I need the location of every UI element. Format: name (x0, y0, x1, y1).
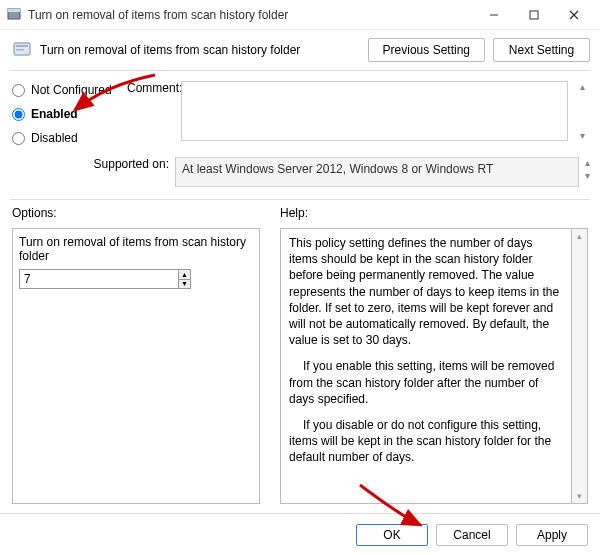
radio-label: Disabled (31, 131, 78, 145)
help-paragraph: This policy setting defines the number o… (289, 235, 563, 348)
svg-rect-3 (530, 11, 538, 19)
scroll-up-icon[interactable]: ▴ (585, 157, 590, 168)
previous-setting-button[interactable]: Previous Setting (368, 38, 485, 62)
spinner-down-button[interactable]: ▼ (179, 280, 190, 289)
radio-label: Enabled (31, 107, 78, 121)
supported-on-text: At least Windows Server 2012, Windows 8 … (175, 157, 579, 187)
window-icon (6, 7, 22, 23)
days-spinner[interactable]: ▲ ▼ (19, 269, 191, 289)
minimize-button[interactable] (474, 1, 514, 29)
help-pane: This policy setting defines the number o… (280, 228, 572, 504)
scroll-down-icon[interactable]: ▾ (580, 130, 585, 141)
policy-icon (12, 40, 32, 60)
help-scrollbar[interactable]: ▴ ▾ (572, 228, 588, 504)
radio-enabled[interactable]: Enabled (12, 107, 117, 121)
comment-textarea[interactable] (181, 81, 568, 141)
divider (10, 70, 590, 71)
scroll-down-icon[interactable]: ▾ (577, 491, 582, 501)
days-input[interactable] (19, 269, 178, 289)
header-title: Turn on removal of items from scan histo… (40, 43, 360, 57)
scroll-up-icon[interactable]: ▴ (580, 81, 585, 92)
svg-rect-8 (16, 49, 24, 51)
options-pane-label: Options: (12, 206, 260, 220)
ok-button[interactable]: OK (356, 524, 428, 546)
header-row: Turn on removal of items from scan histo… (0, 30, 600, 70)
comment-scrollbar[interactable]: ▴ ▾ (574, 81, 590, 141)
supported-on-label: Supported on: (12, 157, 169, 171)
radio-disabled[interactable]: Disabled (12, 131, 117, 145)
titlebar: Turn on removal of items from scan histo… (0, 0, 600, 30)
scroll-down-icon[interactable]: ▾ (585, 170, 590, 181)
help-paragraph: If you enable this setting, items will b… (289, 358, 563, 407)
footer: OK Cancel Apply (0, 513, 600, 555)
divider (10, 199, 590, 200)
state-radio-group: Not Configured Enabled Disabled (12, 81, 117, 145)
close-button[interactable] (554, 1, 594, 29)
help-pane-label: Help: (280, 206, 588, 220)
radio-not-configured-input[interactable] (12, 84, 25, 97)
next-setting-button[interactable]: Next Setting (493, 38, 590, 62)
svg-rect-7 (16, 45, 28, 47)
radio-not-configured[interactable]: Not Configured (12, 83, 117, 97)
scroll-up-icon[interactable]: ▴ (577, 231, 582, 241)
window-title: Turn on removal of items from scan histo… (28, 8, 474, 22)
apply-button[interactable]: Apply (516, 524, 588, 546)
cancel-button[interactable]: Cancel (436, 524, 508, 546)
options-pane: Turn on removal of items from scan histo… (12, 228, 260, 504)
maximize-button[interactable] (514, 1, 554, 29)
option-setting-label: Turn on removal of items from scan histo… (19, 235, 253, 263)
spinner-up-button[interactable]: ▲ (179, 270, 190, 280)
radio-enabled-input[interactable] (12, 108, 25, 121)
help-paragraph: If you disable or do not configure this … (289, 417, 563, 466)
comment-label: Comment: (127, 81, 175, 95)
radio-disabled-input[interactable] (12, 132, 25, 145)
svg-rect-1 (8, 9, 20, 12)
supported-scrollbar[interactable]: ▴ ▾ (585, 157, 590, 181)
radio-label: Not Configured (31, 83, 112, 97)
